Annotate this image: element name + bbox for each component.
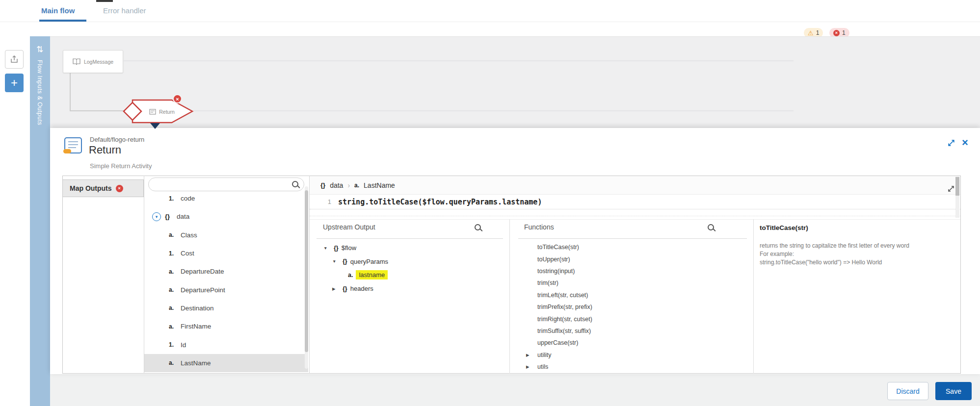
map-outputs-tab[interactable]: Map Outputs (63, 179, 144, 197)
object-type-icon: {} (320, 181, 325, 189)
editor-bottom-divider (310, 219, 960, 220)
activity-status-dot (63, 149, 71, 153)
connector-vertical (70, 73, 71, 111)
panel-close-icon[interactable] (962, 136, 968, 149)
number-type-icon: 1. (169, 341, 181, 348)
function-item[interactable]: trimLeft(str, cutset) (518, 289, 747, 301)
output-field-row[interactable]: a. DepartureDate (144, 262, 308, 280)
object-type-icon: {} (334, 245, 339, 252)
output-field-label: Destination (181, 304, 214, 312)
string-type-icon: a. (169, 304, 181, 311)
connector-horizontal (70, 110, 125, 111)
return-icon (149, 109, 156, 115)
function-item[interactable]: upperCase(str) (518, 337, 747, 349)
expanded-triangle-icon[interactable] (323, 246, 331, 251)
tab-main-flow[interactable]: Main flow (41, 6, 75, 15)
activity-path: Default/flogo-return (90, 136, 144, 143)
object-type-icon: {} (165, 213, 177, 220)
activity-title: Return (89, 144, 121, 156)
upstream-tree: {} $flow {} queryParams a. lastname {} h… (317, 241, 503, 295)
node-return-error-icon (173, 94, 182, 103)
flow-line-top (124, 60, 794, 61)
editor-scrollbar[interactable] (955, 177, 959, 218)
output-field-label: Class (181, 231, 197, 239)
output-field-row[interactable]: {} data (144, 207, 308, 226)
export-flow-button[interactable] (5, 50, 24, 69)
save-button[interactable]: Save (935, 382, 972, 400)
function-item[interactable]: trimSuffix(str, suffix) (518, 325, 747, 337)
function-item[interactable]: trim(str) (518, 277, 747, 289)
map-outputs-error-icon (116, 185, 123, 192)
number-type-icon: 1. (169, 195, 181, 202)
upstream-node-highlighted[interactable]: a. lastname (317, 268, 503, 282)
output-field-row[interactable]: a. Destination (144, 299, 308, 317)
function-doc-example: string.toTitleCase("hello world") => Hel… (760, 259, 882, 266)
upstream-node-label[interactable]: lastname (356, 270, 388, 279)
output-field-label: Cost (181, 250, 194, 257)
string-type-icon: a. (169, 268, 181, 275)
function-item[interactable]: trimPrefix(str, prefix) (518, 301, 747, 313)
node-return-selection-caret (150, 123, 160, 129)
function-item[interactable]: toUpper(str) (518, 253, 747, 265)
output-field-label: DepartureDate (181, 268, 224, 275)
function-group[interactable]: utils (518, 361, 747, 373)
top-dash (96, 0, 113, 2)
expression-text[interactable]: string.toTitleCase($flow.queryParams.las… (338, 198, 542, 206)
flow-io-toggle-icon[interactable] (33, 41, 47, 57)
upstream-node[interactable]: {} headers (317, 282, 503, 296)
output-field-row[interactable]: 1. Cost (144, 244, 308, 262)
output-field-row-selected[interactable]: a. LastName (144, 354, 308, 372)
output-field-row[interactable]: 1. Id (144, 335, 308, 354)
function-item[interactable]: tostring(input) (518, 265, 747, 277)
breadcrumb-root[interactable]: data (330, 181, 343, 189)
upstream-node[interactable]: {} $flow (317, 241, 503, 255)
expression-editor-line[interactable]: 1 string.toTitleCase($flow.queryParams.l… (310, 195, 960, 209)
chevron-right-icon (347, 181, 350, 189)
function-item-selected[interactable]: toTitleCase(str) (518, 241, 747, 253)
function-group-label: utility (537, 352, 551, 358)
string-type-icon: a. (354, 182, 359, 189)
upstream-output-header: Upstream Output (323, 223, 375, 231)
flogo-designer: Main flow Error handler 1 1 LogMessage R… (0, 0, 980, 406)
add-activity-button[interactable] (5, 74, 24, 92)
output-tree-scrollbar[interactable] (305, 186, 308, 369)
output-field-row[interactable]: a. Class (144, 226, 308, 244)
function-doc-description: returns the string to capitalize the fir… (760, 242, 954, 249)
function-item[interactable]: trimRight(str, cutset) (518, 313, 747, 325)
string-type-icon: a. (169, 231, 181, 238)
function-group-label: utils (537, 363, 548, 370)
activity-subtitle: Simple Return Activity (90, 162, 152, 170)
collapsed-triangle-icon[interactable] (526, 364, 533, 369)
upstream-functions-divider (509, 219, 510, 374)
output-field-row[interactable]: a. DeparturePoint (144, 280, 308, 299)
expanded-triangle-icon[interactable] (332, 259, 340, 264)
functions-search-icon[interactable] (707, 224, 715, 232)
output-field-label: LastName (181, 359, 211, 367)
collapsed-triangle-icon[interactable] (332, 286, 340, 291)
node-logmessage[interactable]: LogMessage (63, 50, 123, 73)
tab-error-handler[interactable]: Error handler (103, 6, 146, 15)
output-field-label: FirstName (181, 323, 211, 330)
output-field-label: data (177, 213, 189, 220)
function-doc-example-label: For example: (760, 251, 794, 257)
error-count: 1 (842, 29, 846, 36)
upstream-header-underline (317, 238, 503, 239)
tabbar-divider (0, 22, 980, 22)
upstream-node[interactable]: {} queryParams (317, 255, 503, 269)
collapse-chevron-icon[interactable] (152, 212, 161, 221)
log-icon (73, 58, 80, 65)
object-type-icon: {} (343, 258, 347, 265)
collapsed-triangle-icon[interactable] (526, 353, 533, 357)
output-field-label: DeparturePoint (181, 286, 225, 294)
upstream-search-icon[interactable] (474, 224, 482, 232)
panel-expand-icon[interactable] (947, 139, 955, 149)
function-group[interactable]: utility (518, 349, 747, 361)
discard-button[interactable]: Discard (887, 382, 928, 400)
output-field-row[interactable]: a. FirstName (144, 317, 308, 335)
editor-expand-icon[interactable] (947, 185, 955, 195)
upstream-node-label: $flow (342, 244, 356, 252)
node-return-label: Return (159, 109, 175, 115)
string-type-icon: a. (169, 323, 181, 330)
output-field-row[interactable]: 1. code (144, 189, 308, 207)
breadcrumb-field: LastName (364, 181, 395, 189)
